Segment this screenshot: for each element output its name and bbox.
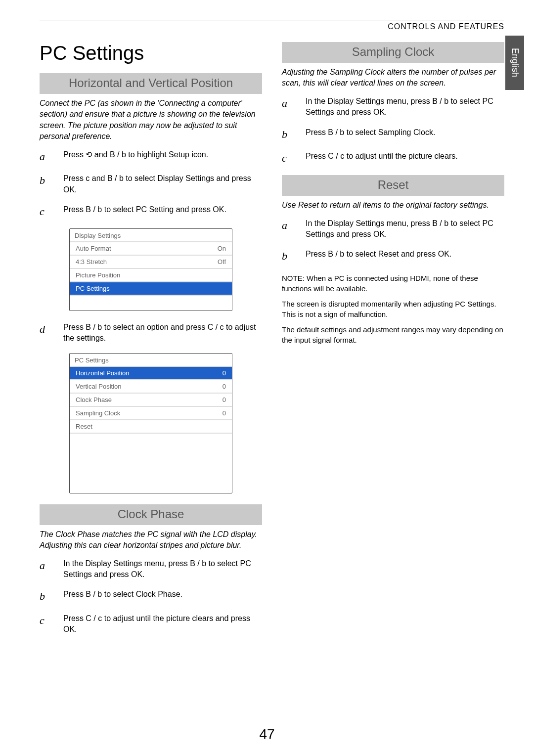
section-clock-phase: Clock Phase <box>40 504 262 525</box>
section-reset: Reset <box>282 175 504 196</box>
menu-title: Display Settings <box>70 229 232 242</box>
menu-row-selected: PC Settings <box>70 282 232 296</box>
menu-value: 0 <box>222 369 226 377</box>
menu-value: 0 <box>222 396 226 403</box>
language-tab: English <box>505 36 524 90</box>
step-letter: a <box>40 149 54 165</box>
cp-step-a: a In the Display Settings menu, press B … <box>40 558 262 580</box>
step-body: In the Display Settings menu, press B / … <box>306 218 504 240</box>
menu-value: 0 <box>222 383 226 390</box>
step-letter: b <box>40 173 54 195</box>
sc-step-c: c Press C / c to adjust until the pictur… <box>282 151 504 166</box>
menu-label: Clock Phase <box>76 396 112 403</box>
cp-step-c: c Press C / c to adjust until the pictur… <box>40 613 262 635</box>
menu-label: Picture Position <box>76 271 120 279</box>
menu-row: Clock Phase 0 <box>70 394 232 407</box>
top-rule <box>40 20 504 20</box>
menu-label: 4:3 Stretch <box>76 258 107 266</box>
section-hv-position: Horizontal and Vertical Position <box>40 73 262 94</box>
reset-intro: Use Reset to return all items to the ori… <box>282 200 504 211</box>
step-letter: b <box>282 127 297 142</box>
menu-row: Reset <box>70 420 232 434</box>
menu-value: 0 <box>222 409 226 417</box>
step-body: Press C / c to adjust until the picture … <box>63 613 262 635</box>
language-label: English <box>510 48 520 77</box>
page-columns: PC Settings Horizontal and Vertical Posi… <box>40 42 504 644</box>
sc-step-a: a In the Display Settings menu, press B … <box>282 96 504 118</box>
step-body: Press B / b to select Clock Phase. <box>63 589 262 604</box>
step-letter: b <box>40 589 54 604</box>
step-letter: b <box>282 249 297 264</box>
menu-row: Auto Format On <box>70 242 232 256</box>
step-body: Press ⟲ and B / b to highlight Setup ico… <box>63 149 262 165</box>
step-body: Press B / b to select Sampling Clock. <box>306 127 504 142</box>
note-2: The screen is disrupted momentarily when… <box>282 299 504 319</box>
menu-label: Reset <box>76 423 92 430</box>
page-number: 47 <box>0 726 534 742</box>
section-sampling-clock: Sampling Clock <box>282 42 504 63</box>
menu-label: Horizontal Position <box>76 369 129 377</box>
step-body: Press C / c to adjust until the picture … <box>306 151 504 166</box>
r-step-a: a In the Display Settings menu, press B … <box>282 218 504 240</box>
step-body: Press B / b to select an option and pres… <box>63 322 262 344</box>
left-column: PC Settings Horizontal and Vertical Posi… <box>40 42 262 644</box>
menu-value: On <box>218 245 226 252</box>
note-1: NOTE: When a PC is connected using HDMI,… <box>282 273 504 294</box>
menu-row: Vertical Position 0 <box>70 380 232 394</box>
menu-label: Sampling Clock <box>76 409 120 417</box>
step-d: d Press B / b to select an option and pr… <box>40 322 262 344</box>
step-letter: a <box>282 218 297 240</box>
menu-row-selected: Horizontal Position 0 <box>70 367 232 380</box>
step-letter: c <box>40 613 54 635</box>
step-body: Press B / b to select PC Setting and pre… <box>63 204 262 220</box>
step-letter: d <box>40 322 54 344</box>
step-body: In the Display Settings menu, press B / … <box>63 558 262 580</box>
menu-label: Auto Format <box>76 245 111 252</box>
step-body: In the Display Settings menu, press B / … <box>306 96 504 118</box>
step-letter: a <box>40 558 54 580</box>
step-letter: c <box>40 204 54 220</box>
pc-settings-menu: PC Settings Horizontal Position 0 Vertic… <box>69 353 232 493</box>
step-c: c Press B / b to select PC Setting and p… <box>40 204 262 220</box>
menu-row: Picture Position <box>70 269 232 282</box>
step-body: Press c and B / b to select Display Sett… <box>63 173 262 195</box>
menu-label: Vertical Position <box>76 383 122 390</box>
step-letter: c <box>282 151 297 166</box>
step-body: Press B / b to select Reset and press OK… <box>306 249 504 264</box>
hv-intro: Connect the PC (as shown in the 'Connect… <box>40 98 262 142</box>
right-column: Sampling Clock Adjusting the Sampling Cl… <box>282 42 504 644</box>
menu-label: PC Settings <box>76 285 110 292</box>
menu-value: Off <box>218 258 226 266</box>
menu-row: 4:3 Stretch Off <box>70 256 232 269</box>
sc-step-b: b Press B / b to select Sampling Clock. <box>282 127 504 142</box>
clock-phase-intro: The Clock Phase matches the PC signal wi… <box>40 529 262 551</box>
header-right: CONTROLS AND FEATURES <box>40 22 504 31</box>
sampling-intro: Adjusting the Sampling Clock alters the … <box>282 67 504 89</box>
cp-step-b: b Press B / b to select Clock Phase. <box>40 589 262 604</box>
step-b: b Press c and B / b to select Display Se… <box>40 173 262 195</box>
step-a: a Press ⟲ and B / b to highlight Setup i… <box>40 149 262 165</box>
r-step-b: b Press B / b to select Reset and press … <box>282 249 504 264</box>
menu-title: PC Settings <box>70 354 232 367</box>
display-settings-menu: Display Settings Auto Format On 4:3 Stre… <box>69 228 232 311</box>
step-letter: a <box>282 96 297 118</box>
page-title: PC Settings <box>40 42 262 64</box>
menu-row: Sampling Clock 0 <box>70 407 232 420</box>
note-3: The default settings and adjustment rang… <box>282 324 504 345</box>
